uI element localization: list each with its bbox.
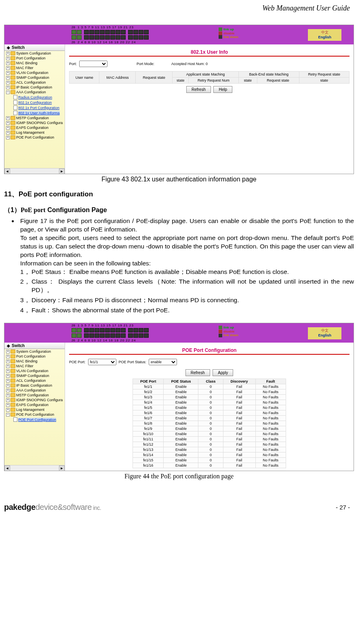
sidebar-scrollbar[interactable]: ◄ ► bbox=[4, 168, 65, 174]
sidebar-item[interactable]: Radius Configuration bbox=[6, 95, 65, 100]
plus-icon[interactable]: + bbox=[6, 71, 10, 75]
plus-icon[interactable]: + bbox=[6, 379, 10, 383]
table-cell: No Faults bbox=[255, 437, 286, 442]
sidebar-item[interactable]: +System Configuration bbox=[6, 349, 65, 354]
poe-status-select[interactable]: enable bbox=[149, 359, 177, 365]
folder-icon bbox=[11, 349, 15, 354]
sidebar-item[interactable]: POE Port Configuration bbox=[6, 417, 65, 422]
sidebar-item[interactable]: +SNMP Configuration bbox=[6, 373, 65, 378]
sidebar-item[interactable]: +ACL Configuration bbox=[6, 378, 65, 383]
scroll-left-icon[interactable]: ◄ bbox=[4, 168, 10, 174]
sidebar-item[interactable]: 802.1x Port Configuration bbox=[6, 105, 65, 110]
legend: link up disable link down bbox=[219, 326, 238, 337]
lang-cn[interactable]: 中文 bbox=[318, 328, 331, 333]
footer: pakedgedevice&software inc. - 27 - bbox=[0, 486, 358, 516]
sidebar-item[interactable]: +MAC Binding bbox=[6, 61, 65, 65]
plus-icon[interactable]: + bbox=[6, 81, 10, 84]
plus-icon[interactable]: + bbox=[6, 403, 10, 407]
lang-en[interactable]: English bbox=[318, 35, 331, 40]
plus-icon[interactable]: + bbox=[6, 76, 10, 80]
plus-icon[interactable]: + bbox=[6, 360, 10, 363]
sidebar-item[interactable]: 802.1x Configuration bbox=[6, 100, 65, 105]
sidebar-item[interactable]: −AAA Configuration bbox=[6, 90, 65, 95]
plus-icon[interactable]: + bbox=[6, 136, 10, 139]
poe-port-select[interactable]: fe1/1 bbox=[88, 359, 116, 365]
port-icon bbox=[121, 30, 126, 34]
port-icon bbox=[84, 30, 89, 34]
sidebar-item[interactable]: +IGMP SNOOPING Configura bbox=[6, 120, 65, 125]
sidebar-item[interactable]: +ACL Configuration bbox=[6, 80, 65, 85]
table-row: fe1/14Enable0FailNo Faults bbox=[133, 452, 286, 458]
plus-icon[interactable]: + bbox=[6, 394, 10, 397]
plus-icon[interactable]: + bbox=[6, 398, 10, 402]
table-cell: Fail bbox=[223, 410, 255, 416]
apply-button[interactable]: Apply bbox=[213, 369, 233, 376]
sidebar-item[interactable]: +Port Configuration bbox=[6, 354, 65, 359]
sidebar-item[interactable]: 802.1x User Auth-Informa bbox=[6, 110, 65, 116]
table-row: fe1/7Enable0FailNo Faults bbox=[133, 416, 286, 421]
minus-icon[interactable]: − bbox=[6, 90, 10, 94]
folder-icon bbox=[11, 369, 15, 373]
language-switch[interactable]: 中文 English bbox=[308, 29, 341, 41]
plus-icon[interactable]: + bbox=[6, 355, 10, 358]
para-1: Figure 17 is the PoE port configuration … bbox=[20, 217, 354, 234]
sidebar-item[interactable]: +IGMP SNOOPING Configura bbox=[6, 398, 65, 402]
plus-icon[interactable]: + bbox=[6, 121, 10, 125]
sidebar-item[interactable]: +VLAN Configuration bbox=[6, 70, 65, 75]
port-icon bbox=[116, 333, 120, 338]
port-odd-row: 1 3 5 7 9 11 13 15 17 19 21 23 bbox=[78, 324, 134, 327]
plus-icon[interactable]: + bbox=[6, 86, 10, 89]
sidebar-item[interactable]: +MSTP Configuration bbox=[6, 393, 65, 398]
scroll-right-icon[interactable]: ► bbox=[59, 465, 65, 471]
folder-icon bbox=[11, 76, 15, 80]
sidebar-item[interactable]: +Port Configuration bbox=[6, 56, 65, 61]
sidebar-item[interactable]: +SNMP Configuration bbox=[6, 75, 65, 80]
scroll-left-icon[interactable]: ◄ bbox=[4, 465, 10, 471]
sidebar-item[interactable]: −POE Port Configuration bbox=[6, 412, 65, 417]
sidebar-item[interactable]: +MAC Filter bbox=[6, 65, 65, 70]
help-button[interactable]: Help bbox=[213, 86, 232, 93]
sidebar-item[interactable]: +IP Basic Configuration bbox=[6, 383, 65, 388]
sidebar-item[interactable]: +MSTP Configuration bbox=[6, 116, 65, 120]
sidebar-item[interactable]: +MAC Binding bbox=[6, 359, 65, 364]
lang-en[interactable]: English bbox=[318, 333, 331, 338]
sidebar-item[interactable]: +VLAN Configuration bbox=[6, 368, 65, 373]
sidebar-item[interactable]: +MAC Filter bbox=[6, 364, 65, 368]
table-cell: Enable bbox=[164, 395, 198, 400]
document-icon bbox=[13, 105, 17, 110]
plus-icon[interactable]: + bbox=[6, 116, 10, 120]
plus-icon[interactable]: + bbox=[6, 57, 10, 60]
sidebar-scrollbar[interactable]: ◄ ► bbox=[4, 465, 65, 471]
sidebar: ◈Switch +System Configuration+Port Confi… bbox=[4, 44, 65, 174]
table-row: fe1/6Enable0FailNo Faults bbox=[133, 410, 286, 416]
sidebar-title: ◈Switch bbox=[4, 343, 65, 349]
sidebar-item[interactable]: +System Configuration bbox=[6, 51, 65, 56]
plus-icon[interactable]: + bbox=[6, 131, 10, 135]
plus-icon[interactable]: + bbox=[6, 61, 10, 65]
refresh-button[interactable]: Refresh bbox=[185, 369, 210, 376]
plus-icon[interactable]: + bbox=[6, 350, 10, 354]
plus-icon[interactable]: + bbox=[6, 364, 10, 368]
sidebar-item[interactable]: +Log Management bbox=[6, 407, 65, 412]
plus-icon[interactable]: + bbox=[6, 384, 10, 387]
plus-icon[interactable]: + bbox=[6, 369, 10, 373]
minus-icon[interactable]: − bbox=[6, 413, 10, 417]
language-switch[interactable]: 中文 English bbox=[308, 327, 341, 339]
sidebar-item[interactable]: +EAPS Configuration bbox=[6, 125, 65, 130]
plus-icon[interactable]: + bbox=[6, 52, 10, 55]
scroll-right-icon[interactable]: ► bbox=[59, 168, 65, 174]
sidebar-item[interactable]: +AAA Configuration bbox=[6, 388, 65, 393]
plus-icon[interactable]: + bbox=[6, 408, 10, 412]
port-select[interactable] bbox=[79, 61, 107, 67]
sidebar-item[interactable]: +EAPS Configuration bbox=[6, 402, 65, 407]
refresh-button[interactable]: Refresh bbox=[186, 86, 211, 93]
lang-cn[interactable]: 中文 bbox=[318, 30, 331, 35]
plus-icon[interactable]: + bbox=[6, 126, 10, 130]
plus-icon[interactable]: + bbox=[6, 374, 10, 378]
sidebar-item[interactable]: +POE Port Configuration bbox=[6, 135, 65, 140]
plus-icon[interactable]: + bbox=[6, 66, 10, 70]
table-row: fe1/5Enable0FailNo Faults bbox=[133, 405, 286, 410]
plus-icon[interactable]: + bbox=[6, 389, 10, 392]
sidebar-item[interactable]: +IP Basic Configuration bbox=[6, 85, 65, 90]
sidebar-item[interactable]: +Log Management bbox=[6, 130, 65, 135]
